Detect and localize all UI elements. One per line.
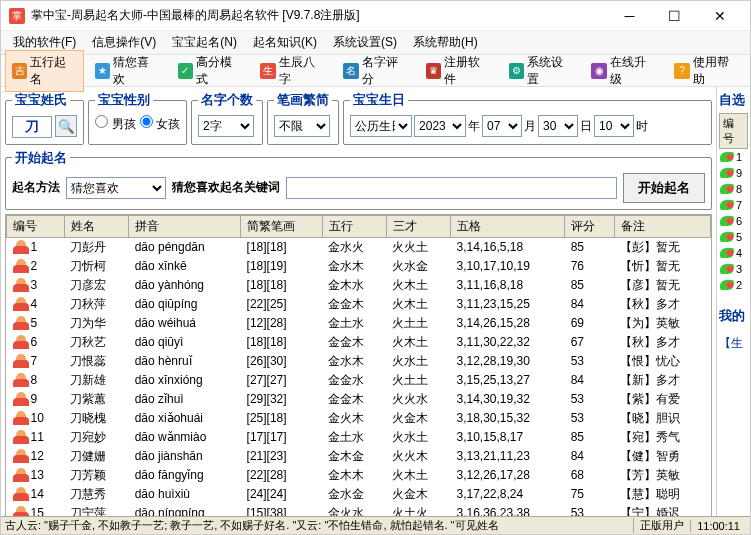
tool-高分模式[interactable]: ✓高分模式	[171, 50, 250, 92]
tool-生辰八字[interactable]: 生生辰八字	[253, 50, 332, 92]
table-row[interactable]: 13刀芳颖dāo fāngyǐng[22][28]金木木火木土3,12,26,1…	[7, 466, 711, 485]
col-备注[interactable]: 备注	[614, 215, 710, 237]
person-icon	[13, 430, 29, 444]
count-group: 名字个数 2字	[191, 91, 263, 145]
person-icon	[13, 373, 29, 387]
keyword-input[interactable]	[286, 177, 617, 199]
tool-猜您喜欢[interactable]: ★猜您喜欢	[88, 50, 167, 92]
table-row[interactable]: 1刀彭丹dāo péngdān[18][18]金水火火火土3,14,16,5,1…	[7, 237, 711, 257]
tool-icon: 吉	[12, 63, 27, 79]
table-row[interactable]: 5刀为华dāo wéihuá[12][28]金土水火土土3,14,26,15,2…	[7, 314, 711, 333]
tool-系统设置[interactable]: ⚙系统设置	[502, 50, 581, 92]
gender-group: 宝宝性别 男孩 女孩	[88, 91, 187, 145]
table-row[interactable]: 11刀宛妙dāo wǎnmiào[17][17]金土水火水土3,10,15,8,…	[7, 428, 711, 447]
right-link[interactable]: 【生	[719, 335, 748, 352]
surname-search-button[interactable]: 🔍	[55, 115, 77, 137]
year-select[interactable]: 2023	[414, 115, 466, 137]
table-row[interactable]: 15刀宁萍dāo níngpíng[15][38]金火水火土火3,16,36,2…	[7, 504, 711, 517]
gender-legend: 宝宝性别	[95, 91, 153, 109]
strokes-select[interactable]: 不限	[274, 115, 330, 137]
table-row[interactable]: 4刀秋萍dāo qiūpíng[22][25]金金木火木土3,11,23,15,…	[7, 295, 711, 314]
gender-male[interactable]: 男孩	[95, 115, 135, 133]
person-icon	[13, 259, 29, 273]
col-姓名[interactable]: 姓名	[64, 215, 128, 237]
fav-item[interactable]: 6	[719, 213, 748, 229]
col-编号[interactable]: 编号	[7, 215, 65, 237]
birth-group: 宝宝生日 公历生日 2023 年 07 月 30 日 10 时	[343, 91, 712, 145]
table-row[interactable]: 7刀恨蕊dāo hènruǐ[26][30]金水木火水土3,12,28,19,3…	[7, 352, 711, 371]
fav-item[interactable]: 3	[719, 261, 748, 277]
tool-icon: ★	[95, 63, 110, 79]
person-icon	[13, 468, 29, 482]
hour-select[interactable]: 10	[594, 115, 634, 137]
calendar-select[interactable]: 公历生日	[350, 115, 412, 137]
fav-item[interactable]: 7	[719, 197, 748, 213]
tool-icon: 生	[260, 63, 275, 79]
status-time: 11:00:11	[690, 520, 746, 532]
method-label: 起名方法	[12, 179, 60, 196]
naming-legend: 开始起名	[12, 149, 70, 167]
day-select[interactable]: 30	[538, 115, 578, 137]
person-icon	[13, 449, 29, 463]
table-row[interactable]: 2刀忻柯dāo xīnkē[18][19]金水木火水金3,10,17,10,19…	[7, 257, 711, 276]
leaf-icon	[720, 232, 734, 242]
start-naming-button[interactable]: 开始起名	[623, 173, 705, 203]
count-select[interactable]: 2字	[198, 115, 254, 137]
gender-female[interactable]: 女孩	[140, 115, 180, 133]
surname-group: 宝宝姓氏 🔍	[5, 91, 84, 145]
table-row[interactable]: 9刀紫蕙dāo zǐhuì[29][32]金金木火火水3,14,30,19,32…	[7, 390, 711, 409]
right-header: 编号	[719, 113, 748, 149]
person-icon	[13, 354, 29, 368]
person-icon	[13, 392, 29, 406]
table-row[interactable]: 3刀彦宏dāo yànhóng[18][18]金木水火木土3,11,16,8,1…	[7, 276, 711, 295]
strokes-group: 笔画繁简 不限	[267, 91, 339, 145]
birth-legend: 宝宝生日	[350, 91, 408, 109]
table-row[interactable]: 8刀新雄dāo xīnxióng[27][27]金金水火土土3,15,25,13…	[7, 371, 711, 390]
fav-item[interactable]: 8	[719, 181, 748, 197]
col-评分[interactable]: 评分	[565, 215, 614, 237]
right-section: 我的	[719, 307, 748, 325]
fav-item[interactable]: 2	[719, 277, 748, 293]
fav-item[interactable]: 9	[719, 165, 748, 181]
tool-使用帮助[interactable]: ?使用帮助	[667, 50, 746, 92]
leaf-icon	[720, 280, 734, 290]
count-legend: 名字个数	[198, 91, 256, 109]
strokes-legend: 笔画繁简	[274, 91, 332, 109]
col-拼音[interactable]: 拼音	[129, 215, 241, 237]
col-简繁笔画[interactable]: 简繁笔画	[241, 215, 323, 237]
leaf-icon	[720, 184, 734, 194]
month-select[interactable]: 07	[482, 115, 522, 137]
tool-名字评分[interactable]: 名名字评分	[336, 50, 415, 92]
fav-item[interactable]: 5	[719, 229, 748, 245]
maximize-button[interactable]: ☐	[652, 1, 697, 31]
method-select[interactable]: 猜您喜欢	[66, 177, 166, 199]
leaf-icon	[720, 152, 734, 162]
person-icon	[13, 316, 29, 330]
tool-注册软件[interactable]: ♛注册软件	[419, 50, 498, 92]
leaf-icon	[720, 216, 734, 226]
tool-icon: ✓	[178, 63, 193, 79]
person-icon	[13, 411, 29, 425]
col-五格[interactable]: 五格	[450, 215, 564, 237]
surname-legend: 宝宝姓氏	[12, 91, 70, 109]
fav-item[interactable]: 1	[719, 149, 748, 165]
table-row[interactable]: 6刀秋艺dāo qiūyì[18][18]金金木火木土3,11,30,22,32…	[7, 333, 711, 352]
tool-五行起名[interactable]: 吉五行起名	[5, 50, 84, 92]
leaf-icon	[720, 168, 734, 178]
surname-input[interactable]	[12, 116, 52, 138]
person-icon	[13, 487, 29, 501]
minimize-button[interactable]: ─	[607, 1, 652, 31]
fav-item[interactable]: 4	[719, 245, 748, 261]
col-三才[interactable]: 三才	[386, 215, 450, 237]
table-row[interactable]: 14刀慧秀dāo huìxiù[24][24]金水金火金木3,17,22,8,2…	[7, 485, 711, 504]
table-row[interactable]: 12刀健姗dāo jiànshān[21][23]金木金火火木3,13,21,1…	[7, 447, 711, 466]
tool-icon: ◉	[591, 63, 606, 79]
table-row[interactable]: 10刀晓槐dāo xiǎohuái[25][18]金火木火金木3,18,30,1…	[7, 409, 711, 428]
status-version: 正版用户	[633, 518, 690, 533]
tool-icon: ♛	[426, 63, 441, 79]
tool-在线升级[interactable]: ◉在线升级	[584, 50, 663, 92]
person-icon	[13, 506, 29, 516]
window-title: 掌中宝-周易起名大师-中国最棒的周易起名软件 [V9.7.8注册版]	[31, 7, 607, 24]
col-五行[interactable]: 五行	[322, 215, 386, 237]
close-button[interactable]: ✕	[697, 1, 742, 31]
